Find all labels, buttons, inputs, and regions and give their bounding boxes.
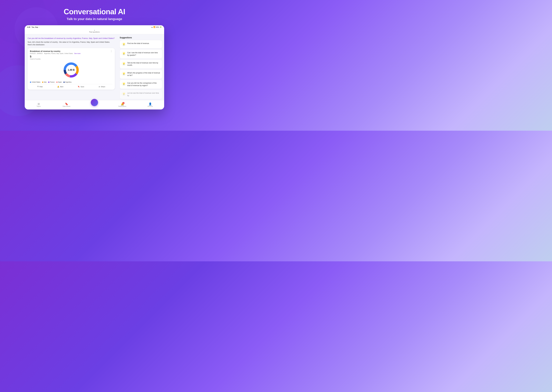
chart-meta: 01/01/23 - 26/09/23 Argentina, France, I… [30,53,80,54]
nav-data-stories[interactable]: 🔖 Data stories [62,103,71,107]
suggestion-5[interactable]: 💡 Can you tell me the comparison of the … [120,80,162,89]
nav-center-button[interactable] [91,99,98,106]
suggestion-icon-2: 💡 [122,52,126,56]
suggestion-icon-3: 💡 [122,62,126,66]
legend-dot-italy [42,82,43,83]
device-frame: 4:28 Tue, Sep · ▲ 📶 98% 🔋 ∧ Past questio… [25,25,164,110]
chart-actions: ⚗ Filter 🔔 Alert 🔖 Save ⌲ Share [30,84,113,88]
suggestion-icon-1: 💡 [122,42,126,46]
filter-icon: ⚗ [37,86,39,88]
status-time: 4:28 Tue, Sep · [27,26,39,28]
signal-icon: ▲ [151,26,153,28]
suggestion-icon-6: 💡 [122,92,126,96]
legend-item-argentina: Argentina [64,81,71,83]
battery-icon: 🔋 [160,26,162,28]
wifi-icon: 📶 [153,26,156,28]
chat-question: Can you tell me the breakdown of revenue… [28,37,115,40]
legend-dot-us [30,82,31,83]
legend-label-spain: Spain [58,81,62,83]
nav-topics[interactable]: ⊞ Topics [34,103,43,107]
nav-data-stories-label: Data stories [63,105,70,107]
suggestion-text-1: Find me the total of revenue. [127,42,149,45]
donut-chart: 1.49 B [63,61,80,79]
bottom-nav: ⊞ Topics 🔖 Data stories 🔔 6 Notification… [25,100,164,110]
chart-count-label: Count of country [30,58,113,60]
status-bar: 4:28 Tue, Sep · ▲ 📶 98% 🔋 [25,25,164,29]
chart-info: Breakdown of revenue by country 01/01/23… [30,50,80,54]
chart-count: 5 [30,55,113,58]
account-icon: 👤 [149,103,152,105]
suggestion-text-4: What's the progress of the total of reve… [127,72,160,77]
save-icon: 🔖 [78,86,80,88]
save-button[interactable]: 🔖 Save [78,86,84,88]
suggestion-text-3: Tell me the total of revenue over time b… [127,62,160,67]
legend-label-argentina: Argentina [65,81,71,83]
chat-answer: Sure, let's check the number of country … [28,41,115,46]
suggestion-2[interactable]: 💡 Can I see the total of revenue over ti… [120,49,162,58]
chart-card: Breakdown of revenue by country 01/01/23… [28,48,115,90]
share-icon: ⌲ [99,86,100,88]
suggestions-panel: Suggestions 💡 Find me the total of reven… [118,34,164,100]
data-stories-icon: 🔖 [65,103,68,105]
legend-label-italy: Italy [44,81,47,83]
nav-notifications-label: Notifications [118,105,126,107]
page-title: Conversational AI [64,7,125,16]
suggestion-1[interactable]: 💡 Find me the total of revenue. [120,40,162,48]
legend-item-italy: Italy [42,81,47,83]
donut-chart-container: 1.49 B [30,60,113,80]
suggestion-icon-5: 💡 [122,82,126,86]
notifications-icon-wrap: 🔔 6 [121,103,124,105]
chart-menu-button[interactable]: ⋮ [110,50,113,52]
alert-button[interactable]: 🔔 Alert [57,86,63,88]
nav-notifications[interactable]: 🔔 6 Notifications [118,103,127,107]
legend-dot-spain [56,82,57,83]
main-content: Can you tell me the breakdown of revenue… [25,34,164,100]
suggestion-text-2: Can I see the total of revenue over time… [127,52,160,56]
past-questions-bar[interactable]: ∧ Past questions [25,29,164,34]
suggestion-icon-4: 💡 [122,72,126,76]
suggestion-3[interactable]: 💡 Tell me the total of revenue over time… [120,60,162,69]
legend-item-us: United States [30,81,40,83]
alert-icon: 🔔 [57,86,59,88]
battery-text: 98% [156,26,159,28]
status-right: ▲ 📶 98% 🔋 [151,26,162,28]
chart-card-header: Breakdown of revenue by country 01/01/23… [30,50,113,54]
notification-badge: 6 [122,102,125,104]
nav-account[interactable]: 👤 Account [146,103,155,107]
suggestion-text-6: Let me see the total of revenue over tim… [127,92,160,97]
see-more-link[interactable]: See more [74,53,80,54]
suggestion-4[interactable]: 💡 What's the progress of the total of re… [120,70,162,79]
suggestion-text-5: Can you tell me the comparison of the to… [127,82,160,87]
nav-topics-label: Topics [37,105,41,107]
donut-center-value: 1.49 B [68,69,75,71]
legend-label-france: France [50,81,55,83]
topics-icon: ⊞ [38,103,40,105]
nav-account-label: Account [148,105,153,107]
share-button[interactable]: ⌲ Share [99,86,105,88]
chevron-up-icon: ∧ [25,29,164,31]
suggestion-6[interactable]: 💡 Let me see the total of revenue over t… [120,90,162,99]
legend-dot-argentina [64,82,65,83]
legend-label-us: United States [32,81,40,83]
legend-item-spain: Spain [56,81,62,83]
legend-item-france: France [48,81,55,83]
suggestions-title: Suggestions [120,36,162,39]
chat-panel: Can you tell me the breakdown of revenue… [25,34,118,100]
page-subtitle: Talk to your data in natural language [64,17,125,21]
page-header: Conversational AI Talk to your data in n… [64,0,125,25]
filter-button[interactable]: ⚗ Filter [37,86,43,88]
legend-dot-france [48,82,50,83]
chart-title: Breakdown of revenue by country [30,50,80,52]
chart-legend: United States Italy France Spain [30,81,113,83]
